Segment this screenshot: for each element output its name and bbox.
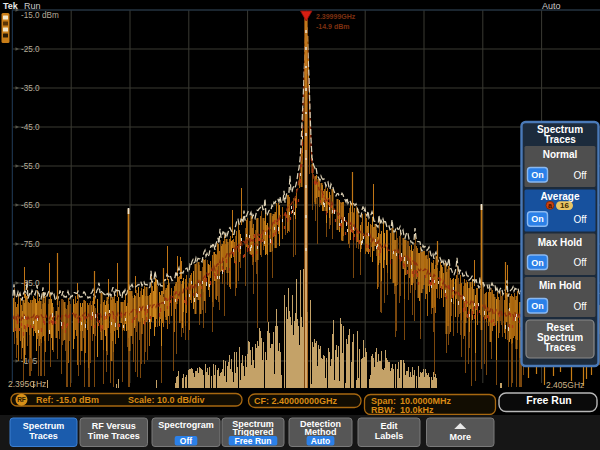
svg-text:Min Hold: Min Hold bbox=[539, 280, 581, 291]
svg-text:Time Traces: Time Traces bbox=[88, 431, 140, 441]
svg-text:2.39999GHz: 2.39999GHz bbox=[316, 13, 356, 20]
svg-text:Traces: Traces bbox=[544, 342, 576, 353]
svg-text:-15.0 dBm: -15.0 dBm bbox=[21, 11, 59, 20]
svg-text:On: On bbox=[531, 170, 544, 180]
svg-text:16: 16 bbox=[560, 201, 569, 210]
svg-text:Normal: Normal bbox=[543, 149, 578, 160]
svg-text:Ref: -15.0 dBm: Ref: -15.0 dBm bbox=[36, 395, 99, 405]
svg-text:-14.9 dBm: -14.9 dBm bbox=[316, 23, 349, 30]
svg-text:-45.0: -45.0 bbox=[21, 123, 40, 132]
svg-text:Edit: Edit bbox=[381, 421, 398, 431]
svg-text:Free Run: Free Run bbox=[235, 436, 272, 446]
svg-text:Off: Off bbox=[573, 214, 586, 225]
svg-text:Run: Run bbox=[24, 1, 41, 11]
svg-text:Off: Off bbox=[573, 301, 586, 312]
svg-text:Scale: 10.0 dB/div: Scale: 10.0 dB/div bbox=[128, 395, 205, 405]
svg-text:Free Run: Free Run bbox=[526, 394, 572, 406]
svg-text:Traces: Traces bbox=[544, 134, 576, 145]
svg-text:-75.0: -75.0 bbox=[21, 240, 40, 249]
svg-text:Tek: Tek bbox=[3, 1, 19, 11]
svg-text:Auto: Auto bbox=[311, 436, 330, 446]
svg-text:RBW:: RBW: bbox=[371, 405, 395, 415]
svg-text:a: a bbox=[548, 202, 552, 209]
svg-text:Auto: Auto bbox=[542, 1, 561, 11]
svg-text:CF: 2.40000000GHz: CF: 2.40000000GHz bbox=[254, 396, 338, 406]
svg-text:On: On bbox=[531, 214, 544, 224]
svg-text:-65.0: -65.0 bbox=[21, 201, 40, 210]
svg-text:Traces: Traces bbox=[29, 431, 58, 441]
svg-text:RF Versus: RF Versus bbox=[92, 421, 136, 431]
svg-text:-55.0: -55.0 bbox=[21, 162, 40, 171]
svg-text:Off: Off bbox=[573, 170, 586, 181]
svg-text:Spectrum: Spectrum bbox=[23, 421, 65, 431]
svg-text:Labels: Labels bbox=[375, 431, 404, 441]
svg-text:On: On bbox=[531, 301, 544, 311]
svg-text:Off: Off bbox=[573, 257, 586, 268]
svg-text:-25.0: -25.0 bbox=[21, 45, 40, 54]
svg-text:On: On bbox=[531, 258, 544, 268]
svg-text:Max Hold: Max Hold bbox=[538, 237, 582, 248]
svg-text:RF: RF bbox=[17, 396, 26, 403]
svg-text:Spectrogram: Spectrogram bbox=[158, 420, 214, 430]
svg-text:2.395GHz: 2.395GHz bbox=[8, 379, 46, 389]
svg-text:2.405GHz: 2.405GHz bbox=[546, 380, 584, 390]
svg-text:10.0kHz: 10.0kHz bbox=[400, 405, 434, 415]
svg-text:Off: Off bbox=[180, 436, 192, 446]
svg-text:More: More bbox=[449, 432, 471, 442]
svg-text:-35.0: -35.0 bbox=[21, 84, 40, 93]
